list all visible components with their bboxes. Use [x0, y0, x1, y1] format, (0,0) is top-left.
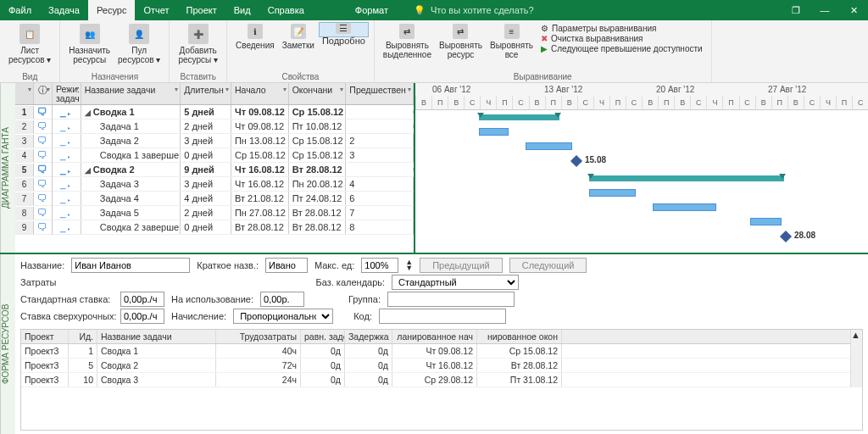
col-duration[interactable]: Длительн — [181, 83, 231, 104]
costs-heading: Затраты — [20, 277, 57, 287]
day-cell: П — [496, 96, 512, 109]
level-resource-button[interactable]: ⇄ Выровнять ресурс — [436, 22, 486, 72]
details-button[interactable]: ☰ Подробно — [319, 22, 369, 37]
col-taskname[interactable]: Название задачи — [81, 83, 181, 104]
day-cell: С — [577, 96, 593, 109]
task-row[interactable]: 5🗨⎯▸◢Сводка 29 днейЧт 16.08.12Вт 28.08.1… — [15, 163, 414, 177]
info-indicator-icon: 🗨 — [37, 106, 47, 118]
summary-bar[interactable] — [589, 175, 784, 181]
menu-bar: Файл Задача Ресурс Отчет Проект Вид Спра… — [0, 0, 868, 20]
week-label: 20 Авг '12 — [656, 85, 694, 94]
task-row[interactable]: 3🗨⎯▸Задача 23 днейПн 13.08.12Ср 15.08.12… — [15, 134, 414, 148]
level-res-icon: ⇄ — [453, 24, 468, 39]
form-pane-label: ФОРМА РЕСУРСОВ — [0, 254, 15, 434]
auto-schedule-icon: ⎯▸ — [60, 164, 72, 175]
day-cell: С — [852, 96, 868, 109]
std-rate-input[interactable] — [120, 292, 164, 307]
col-mode[interactable]: Режи: задач — [53, 83, 81, 104]
assignment-row[interactable]: Проект35Сводка 272ч0д0дЧт 16.08.12Вт 28.… — [21, 359, 850, 373]
tab-file[interactable]: Файл — [0, 0, 40, 20]
week-label: 06 Авг '12 — [432, 85, 470, 94]
clear-leveling-button[interactable]: ✖Очистка выравнивания — [541, 34, 703, 43]
spinner-icon[interactable]: ▲▼ — [405, 259, 413, 271]
assignment-row[interactable]: Проект310Сводка 324ч0д0дСр 29.08.12Пт 31… — [21, 373, 850, 387]
task-row[interactable]: 4🗨⎯▸Сводка 1 завершена0 днейСр 15.08.12С… — [15, 148, 414, 163]
tab-format[interactable]: Формат — [347, 0, 397, 20]
task-bar[interactable] — [653, 203, 716, 211]
group-level-label: Выравнивание — [380, 72, 706, 82]
resource-sheet-button[interactable]: 📋 Лист ресурсов ▾ — [5, 22, 54, 72]
prev-button[interactable]: Предыдущий — [420, 258, 502, 273]
notes-button[interactable]: 📝 Заметки — [279, 22, 318, 72]
col-predecessors[interactable]: Предшествен — [346, 83, 414, 104]
std-rate-label: Стандартная ставка: — [20, 294, 114, 304]
task-row[interactable]: 8🗨⎯▸Задача 52 днейПн 27.08.12Вт 28.08.12… — [15, 206, 414, 220]
add-resources-button[interactable]: ➕ Добавить ресурсы ▾ — [175, 22, 221, 72]
code-input[interactable] — [379, 309, 506, 324]
ovt-rate-input[interactable] — [120, 309, 164, 324]
milestone[interactable] — [780, 231, 792, 242]
scrollbar[interactable]: ▲ — [850, 330, 862, 387]
resource-pool-button[interactable]: 👤 Пул ресурсов ▾ — [114, 22, 164, 72]
subcol-delay[interactable]: Задержка — [345, 330, 392, 343]
task-row[interactable]: 9🗨⎯▸Сводка 2 завершена0 днейВт 28.08.12В… — [15, 220, 414, 235]
peruse-input[interactable] — [260, 292, 304, 307]
information-button[interactable]: ℹ Сведения — [232, 22, 278, 72]
task-bar[interactable] — [526, 142, 572, 150]
task-row[interactable]: 7🗨⎯▸Задача 44 днейВт 21.08.12Пт 24.08.12… — [15, 192, 414, 206]
gantt-chart[interactable]: 06 Авг '1213 Авг '1220 Авг '1227 Авг '12… — [415, 83, 868, 253]
level-all-button[interactable]: ≡ Выровнять все — [487, 22, 537, 72]
task-row[interactable]: 6🗨⎯▸Задача 33 днейЧт 16.08.12Пн 20.08.12… — [15, 177, 414, 192]
day-cell: П — [771, 96, 787, 109]
assign-resources-button[interactable]: 👥 Назначить ресурсы — [65, 22, 114, 72]
info-indicator-icon: 🗨 — [37, 149, 47, 161]
tab-report[interactable]: Отчет — [135, 0, 177, 20]
subcol-pfin[interactable]: нированное окон — [477, 330, 562, 343]
subcol-pstart[interactable]: ланированное нач — [392, 330, 477, 343]
auto-schedule-icon: ⎯▸ — [60, 150, 72, 160]
col-start[interactable]: Начало — [231, 83, 289, 104]
tab-project[interactable]: Проект — [178, 0, 225, 20]
day-cell: Ч — [480, 96, 496, 109]
subcol-name[interactable]: Название задачи — [97, 330, 216, 343]
task-row[interactable]: 2🗨⎯▸Задача 12 днейЧт 09.08.12Пт 10.08.12 — [15, 120, 414, 134]
tab-resource[interactable]: Ресурс — [88, 0, 135, 20]
name-label: Название: — [20, 260, 64, 270]
leveling-options-button[interactable]: ⚙Параметры выравнивания — [541, 24, 703, 33]
short-input[interactable] — [265, 258, 308, 273]
max-input[interactable] — [361, 258, 398, 273]
day-cell: П — [609, 96, 626, 109]
window-minimize-icon[interactable]: — — [810, 0, 839, 20]
tab-task[interactable]: Задача — [40, 0, 88, 20]
task-row[interactable]: 1🗨⎯▸◢Сводка 15 днейЧт 09.08.12Ср 15.08.1… — [15, 105, 414, 120]
milestone[interactable] — [570, 155, 582, 167]
subcol-id[interactable]: Ид. — [69, 330, 97, 343]
calendar-select[interactable]: Стандартный — [392, 275, 519, 290]
level-selection-button[interactable]: ⇄ Выровнять выделенное — [380, 22, 435, 72]
code-label: Код: — [353, 311, 372, 321]
group-input[interactable] — [387, 292, 515, 307]
accrual-select[interactable]: Пропорциональное — [233, 309, 333, 324]
tab-help[interactable]: Справка — [259, 0, 313, 20]
clear-icon: ✖ — [541, 34, 548, 43]
name-input[interactable] — [71, 258, 190, 273]
summary-bar[interactable] — [479, 114, 559, 120]
col-index[interactable] — [15, 83, 34, 104]
tab-view[interactable]: Вид — [225, 0, 259, 20]
assignment-grid: Проект Ид. Название задачи Трудозатраты … — [20, 329, 863, 431]
col-info[interactable]: ⓘ — [34, 83, 53, 104]
subcol-project[interactable]: Проект — [21, 330, 69, 343]
subcol-work[interactable]: Трудозатраты — [216, 330, 301, 343]
tellme-search[interactable]: 💡 Что вы хотите сделать? — [414, 0, 534, 20]
window-close-icon[interactable]: ✕ — [839, 0, 868, 20]
window-restore-icon[interactable]: ❐ — [782, 0, 810, 20]
task-bar[interactable] — [589, 189, 636, 197]
subcol-ldelay[interactable]: равн. задерх — [301, 330, 345, 343]
assignment-row[interactable]: Проект31Сводка 140ч0д0дЧт 09.08.12Ср 15.… — [21, 344, 850, 359]
next-overallocation-button[interactable]: ▶Следующее превышение доступности — [541, 44, 703, 53]
task-bar[interactable] — [750, 218, 782, 225]
task-bar[interactable] — [479, 128, 509, 136]
next-button[interactable]: Следующий — [509, 258, 587, 273]
col-finish[interactable]: Окончани — [289, 83, 347, 104]
max-label: Макс. ед: — [314, 260, 354, 270]
